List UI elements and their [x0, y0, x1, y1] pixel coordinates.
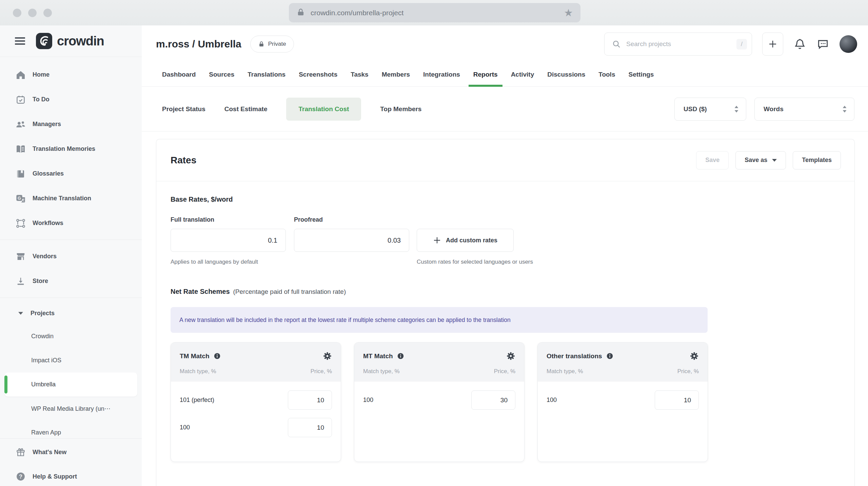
- rates-title: Rates: [171, 155, 196, 166]
- url-text: crowdin.com/umbrella-project: [311, 9, 558, 17]
- window-minimize-button[interactable]: [28, 8, 37, 17]
- subtab-cost-estimate[interactable]: Cost Estimate: [224, 105, 268, 113]
- tab-reports[interactable]: Reports: [473, 63, 498, 86]
- tm-101-price-input[interactable]: [288, 390, 332, 410]
- full-translation-rate-input[interactable]: [171, 229, 286, 252]
- tab-dashboard[interactable]: Dashboard: [162, 63, 196, 86]
- project-label: Impact iOS: [31, 357, 61, 364]
- tab-sources[interactable]: Sources: [209, 63, 234, 86]
- tab-integrations[interactable]: Integrations: [423, 63, 460, 86]
- glossary-book-icon: [15, 169, 26, 179]
- search-projects-box[interactable]: /: [604, 33, 752, 56]
- sidebar-group-projects[interactable]: Projects: [0, 302, 142, 324]
- price-column-label: Price, %: [677, 368, 699, 375]
- match-type-value: 100: [180, 424, 190, 431]
- other-translations-card: Other translations: [537, 342, 708, 462]
- sidebar-item-glossaries[interactable]: Glossaries: [0, 161, 142, 186]
- app-shell: crowdin Home To Do: [0, 25, 868, 486]
- project-label: Raven App: [31, 429, 61, 436]
- crowdin-logo[interactable]: crowdin: [36, 33, 104, 49]
- sidebar-item-label: Managers: [33, 121, 61, 128]
- tab-tools[interactable]: Tools: [598, 63, 615, 86]
- tab-tasks[interactable]: Tasks: [351, 63, 368, 86]
- card-header: TM Match: [171, 343, 341, 382]
- scheme-row: 100: [180, 418, 332, 437]
- mt-match-card: MT Match: [354, 342, 525, 462]
- notifications-bell-button[interactable]: [793, 38, 806, 50]
- other-100-price-input[interactable]: [655, 390, 699, 410]
- add-custom-rates-button[interactable]: Add custom rates: [417, 229, 514, 252]
- info-icon[interactable]: [214, 352, 221, 360]
- sidebar-item-workflows[interactable]: Workflows: [0, 211, 142, 236]
- sidebar-item-managers[interactable]: Managers: [0, 112, 142, 137]
- gear-icon[interactable]: [506, 351, 515, 361]
- gear-icon[interactable]: [323, 351, 332, 361]
- sidebar-project-impact-ios[interactable]: Impact iOS: [0, 348, 142, 372]
- subtab-project-status[interactable]: Project Status: [162, 105, 205, 113]
- scheme-row: 100: [547, 390, 699, 410]
- info-icon[interactable]: [606, 352, 613, 360]
- sidebar-item-machine-translation[interactable]: G Machine Translation: [0, 186, 142, 211]
- subtab-translation-cost[interactable]: Translation Cost: [286, 98, 361, 121]
- sidebar-item-help-support[interactable]: ? Help & Support: [0, 464, 142, 486]
- price-column-label: Price, %: [494, 368, 515, 375]
- save-as-button[interactable]: Save as: [735, 151, 786, 169]
- messages-button[interactable]: [816, 38, 829, 50]
- address-bar[interactable]: crowdin.com/umbrella-project ★: [289, 3, 580, 22]
- user-avatar[interactable]: [840, 35, 857, 53]
- hamburger-menu-icon[interactable]: [15, 36, 26, 46]
- net-rate-schemes-section: Net Rate Schemes(Percentage paid of full…: [156, 266, 854, 482]
- units-select[interactable]: Words: [754, 98, 854, 121]
- window-zoom-button[interactable]: [43, 8, 52, 17]
- sidebar-project-umbrella[interactable]: Umbrella: [4, 372, 137, 397]
- tab-members[interactable]: Members: [382, 63, 410, 86]
- sidebar-divider: [0, 298, 142, 298]
- scheme-cards: TM Match: [171, 342, 840, 462]
- crowdin-logo-icon: [36, 33, 52, 49]
- sidebar-item-label: Workflows: [33, 220, 63, 227]
- tab-discussions[interactable]: Discussions: [547, 63, 585, 86]
- sidebar: crowdin Home To Do: [0, 25, 142, 486]
- tab-activity[interactable]: Activity: [511, 63, 534, 86]
- project-tabs: Dashboard Sources Translations Screensho…: [142, 63, 868, 87]
- window-close-button[interactable]: [13, 8, 21, 17]
- subtab-top-members[interactable]: Top Members: [380, 105, 421, 113]
- mt-100-price-input[interactable]: [471, 390, 515, 410]
- currency-select[interactable]: USD ($): [674, 98, 746, 121]
- save-button[interactable]: Save: [696, 151, 729, 169]
- gear-icon[interactable]: [690, 351, 699, 361]
- scheme-row: 100: [363, 390, 515, 410]
- proofread-rate-input[interactable]: [294, 229, 409, 252]
- tab-screenshots[interactable]: Screenshots: [299, 63, 337, 86]
- info-icon[interactable]: [397, 352, 404, 360]
- sidebar-divider: [0, 240, 142, 240]
- sidebar-item-whats-new[interactable]: What's New: [0, 440, 142, 464]
- base-rates-section: Base Rates, $/word Full translation Proo…: [156, 181, 854, 266]
- tab-translations[interactable]: Translations: [248, 63, 285, 86]
- sidebar-item-home[interactable]: Home: [0, 62, 142, 87]
- svg-text:?: ?: [19, 473, 22, 480]
- price-column-label: Price, %: [311, 368, 332, 375]
- tm-100-price-input[interactable]: [288, 418, 332, 437]
- sidebar-item-store[interactable]: Store: [0, 269, 142, 293]
- card-header: Other translations: [538, 343, 708, 382]
- sidebar-project-crowdin[interactable]: Crowdin: [0, 324, 142, 348]
- sidebar-item-todo[interactable]: To Do: [0, 87, 142, 112]
- sidebar-group-label: Projects: [31, 310, 55, 317]
- mt-match-title: MT Match: [363, 352, 393, 360]
- lowest-rate-info-banner: A new translation will be included in th…: [171, 307, 708, 333]
- create-project-button[interactable]: [762, 33, 783, 56]
- add-custom-rates-label: Add custom rates: [446, 237, 497, 244]
- currency-select-value: USD ($): [684, 105, 707, 113]
- sidebar-item-label: Help & Support: [33, 473, 77, 480]
- tab-settings[interactable]: Settings: [628, 63, 654, 86]
- bookmark-star-icon[interactable]: ★: [564, 8, 573, 18]
- reports-subnav: Project Status Cost Estimate Translation…: [142, 87, 868, 131]
- sidebar-project-wp-real-media-library[interactable]: WP Real Media Library (un⋯: [0, 397, 142, 421]
- search-input[interactable]: [626, 40, 731, 48]
- sidebar-item-translation-memories[interactable]: Translation Memories: [0, 137, 142, 161]
- sidebar-item-label: What's New: [33, 449, 66, 456]
- managers-people-icon: [15, 119, 26, 130]
- templates-button[interactable]: Templates: [793, 151, 841, 169]
- sidebar-item-vendors[interactable]: Vendors: [0, 244, 142, 269]
